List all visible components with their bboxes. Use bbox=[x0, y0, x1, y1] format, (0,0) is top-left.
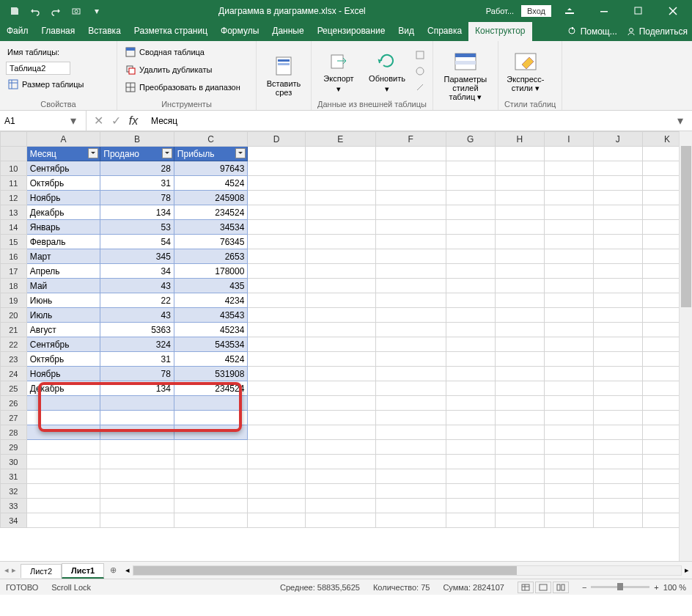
empty-cell[interactable] bbox=[248, 147, 305, 161]
cell-C10[interactable]: 97643 bbox=[174, 161, 248, 176]
cell-J10[interactable] bbox=[593, 161, 642, 176]
cell-C16[interactable]: 2653 bbox=[174, 249, 248, 264]
slicer-button[interactable]: Вставитьсрез bbox=[262, 44, 305, 107]
cell-F13[interactable] bbox=[375, 205, 446, 220]
cell-B22[interactable]: 324 bbox=[100, 337, 174, 352]
cell-I10[interactable] bbox=[544, 161, 593, 176]
cell-J34[interactable] bbox=[593, 513, 642, 528]
pivot-button[interactable]: Сводная таблица bbox=[123, 44, 242, 60]
cell-A24[interactable]: Ноябрь bbox=[26, 367, 100, 381]
cell-D15[interactable] bbox=[248, 235, 305, 249]
row-head-16[interactable]: 16 bbox=[1, 249, 27, 264]
dedup-button[interactable]: Удалить дубликаты bbox=[123, 62, 242, 78]
cell-J30[interactable] bbox=[593, 455, 642, 469]
cell-A29[interactable] bbox=[26, 440, 100, 455]
add-sheet-button[interactable]: ⊕ bbox=[104, 563, 122, 577]
cell-I28[interactable] bbox=[544, 425, 593, 440]
cell-J31[interactable] bbox=[593, 469, 642, 484]
cell-G19[interactable] bbox=[446, 293, 495, 308]
zoom-control[interactable]: − + 100 % bbox=[582, 583, 686, 592]
cell-H26[interactable] bbox=[495, 396, 544, 411]
cell-I23[interactable] bbox=[544, 352, 593, 367]
cell-H31[interactable] bbox=[495, 469, 544, 484]
cell-G16[interactable] bbox=[446, 249, 495, 264]
cell-A14[interactable]: Январь bbox=[26, 220, 100, 235]
cell-E27[interactable] bbox=[305, 411, 375, 425]
cell-J17[interactable] bbox=[593, 264, 642, 279]
cell-C31[interactable] bbox=[174, 469, 248, 484]
cell-I11[interactable] bbox=[544, 176, 593, 191]
cell-I21[interactable] bbox=[544, 323, 593, 337]
cell-G22[interactable] bbox=[446, 337, 495, 352]
cell-F20[interactable] bbox=[375, 308, 446, 323]
cell-I30[interactable] bbox=[544, 455, 593, 469]
cell-F14[interactable] bbox=[375, 220, 446, 235]
col-head-J[interactable]: J bbox=[593, 132, 642, 147]
cell-G34[interactable] bbox=[446, 513, 495, 528]
cell-B27[interactable] bbox=[100, 411, 174, 425]
convert-button[interactable]: Преобразовать в диапазон bbox=[123, 79, 242, 95]
cell-H33[interactable] bbox=[495, 499, 544, 513]
cell-D27[interactable] bbox=[248, 411, 305, 425]
empty-cell[interactable] bbox=[305, 147, 375, 161]
cell-E17[interactable] bbox=[305, 264, 375, 279]
view-layout-icon[interactable] bbox=[535, 582, 551, 593]
cell-A10[interactable]: Сентябрь bbox=[26, 161, 100, 176]
cell-F27[interactable] bbox=[375, 411, 446, 425]
cell-I18[interactable] bbox=[544, 279, 593, 293]
row-head-26[interactable]: 26 bbox=[1, 396, 27, 411]
table-header-0[interactable]: Месяц bbox=[26, 147, 100, 161]
col-head-H[interactable]: H bbox=[495, 132, 544, 147]
cell-J21[interactable] bbox=[593, 323, 642, 337]
cell-J29[interactable] bbox=[593, 440, 642, 455]
cell-F16[interactable] bbox=[375, 249, 446, 264]
cell-E20[interactable] bbox=[305, 308, 375, 323]
cell-H13[interactable] bbox=[495, 205, 544, 220]
cell-B18[interactable]: 43 bbox=[100, 279, 174, 293]
cell-C25[interactable]: 234524 bbox=[174, 381, 248, 396]
cell-B25[interactable]: 134 bbox=[100, 381, 174, 396]
cell-J18[interactable] bbox=[593, 279, 642, 293]
cell-I20[interactable] bbox=[544, 308, 593, 323]
cell-J15[interactable] bbox=[593, 235, 642, 249]
cell-D12[interactable] bbox=[248, 191, 305, 205]
cell-I25[interactable] bbox=[544, 381, 593, 396]
cell-G15[interactable] bbox=[446, 235, 495, 249]
cell-F11[interactable] bbox=[375, 176, 446, 191]
cell-D30[interactable] bbox=[248, 455, 305, 469]
tab-formulas[interactable]: Формулы bbox=[214, 22, 265, 41]
cell-J22[interactable] bbox=[593, 337, 642, 352]
cell-J27[interactable] bbox=[593, 411, 642, 425]
col-head-F[interactable]: F bbox=[375, 132, 446, 147]
row-head-28[interactable]: 28 bbox=[1, 425, 27, 440]
cell-B28[interactable] bbox=[100, 425, 174, 440]
zoom-value[interactable]: 100 % bbox=[663, 583, 686, 592]
cell-G23[interactable] bbox=[446, 352, 495, 367]
cell-G20[interactable] bbox=[446, 308, 495, 323]
maximize-icon[interactable] bbox=[622, 0, 655, 22]
cell-G12[interactable] bbox=[446, 191, 495, 205]
cell-E22[interactable] bbox=[305, 337, 375, 352]
cell-B13[interactable]: 134 bbox=[100, 205, 174, 220]
cell-A23[interactable]: Октябрь bbox=[26, 352, 100, 367]
close-icon[interactable] bbox=[656, 0, 689, 22]
cell-F10[interactable] bbox=[375, 161, 446, 176]
cell-I16[interactable] bbox=[544, 249, 593, 264]
hscroll-thumb[interactable] bbox=[133, 566, 517, 575]
cell-C23[interactable]: 4524 bbox=[174, 352, 248, 367]
cell-A11[interactable]: Октябрь bbox=[26, 176, 100, 191]
cancel-formula-icon[interactable]: ✕ bbox=[89, 112, 107, 130]
cell-D22[interactable] bbox=[248, 337, 305, 352]
view-normal-icon[interactable] bbox=[518, 582, 534, 593]
cell-E32[interactable] bbox=[305, 484, 375, 499]
cell-D29[interactable] bbox=[248, 440, 305, 455]
cell-E23[interactable] bbox=[305, 352, 375, 367]
table-header-1[interactable]: Продано bbox=[100, 147, 174, 161]
view-buttons[interactable] bbox=[518, 582, 569, 593]
cell-H19[interactable] bbox=[495, 293, 544, 308]
cell-I29[interactable] bbox=[544, 440, 593, 455]
cell-C14[interactable]: 34534 bbox=[174, 220, 248, 235]
refresh-button[interactable]: Обновить▾ bbox=[366, 44, 408, 98]
cell-F26[interactable] bbox=[375, 396, 446, 411]
cell-E26[interactable] bbox=[305, 396, 375, 411]
